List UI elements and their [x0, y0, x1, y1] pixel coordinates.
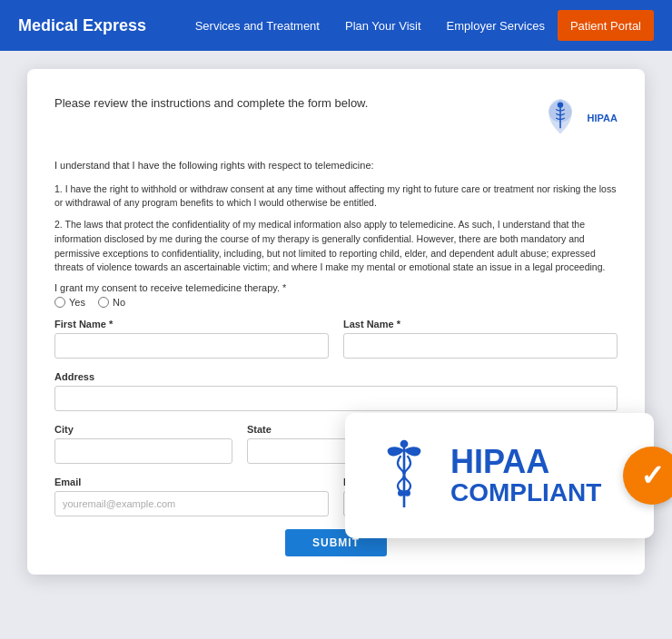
first-name-input[interactable] — [54, 333, 329, 359]
email-label: Email — [54, 477, 329, 487]
nav-services[interactable]: Services and Treatment — [183, 0, 332, 51]
svg-point-2 — [557, 102, 562, 107]
consent-no-label: No — [113, 297, 125, 308]
svg-point-5 — [404, 490, 410, 496]
email-input[interactable] — [54, 491, 329, 516]
nav-patient-portal[interactable]: Patient Portal — [558, 10, 654, 41]
consent-yes-radio[interactable] — [54, 297, 65, 308]
checkmark-icon: ✓ — [640, 458, 665, 493]
nav-plan-visit[interactable]: Plan Your Visit — [332, 0, 434, 51]
caduceus-icon — [372, 435, 436, 516]
address-label: Address — [54, 371, 618, 382]
main-content: Please review the instructions and compl… — [0, 51, 672, 593]
card-header: Please review the instructions and compl… — [54, 96, 618, 140]
nav-employer[interactable]: Employer Services — [434, 0, 558, 51]
consent-section: I grant my consent to receive telemedici… — [54, 282, 618, 308]
city-label: City — [54, 424, 232, 435]
navbar: Medical Express Services and Treatment P… — [0, 0, 672, 51]
email-group: Email — [54, 477, 329, 516]
consent-label: I grant my consent to receive telemedici… — [54, 282, 618, 293]
address-group: Address — [54, 371, 618, 411]
radio-group: Yes No — [54, 297, 618, 308]
nav-links: Services and Treatment Plan Your Visit E… — [183, 0, 654, 51]
hipaa-overlay-card: HIPAA COMPLIANT ✓ — [345, 413, 654, 538]
hipaa-compliant-text-block: HIPAA COMPLIANT — [450, 444, 601, 507]
hipaa-logo-top: HIPAA — [539, 96, 618, 140]
consent-yes-label: Yes — [69, 297, 85, 308]
page-wrapper: Medical Express Services and Treatment P… — [0, 0, 672, 639]
check-circle: ✓ — [623, 447, 672, 505]
overlay-container: Please review the instructions and compl… — [27, 69, 645, 575]
hipaa-text-top: HIPAA — [588, 113, 618, 123]
address-row: Address — [54, 371, 618, 411]
first-name-group: First Name * — [54, 319, 329, 359]
consent-no[interactable]: No — [98, 297, 125, 308]
consent-no-radio[interactable] — [98, 297, 109, 308]
last-name-label: Last Name * — [343, 319, 618, 329]
paragraph2: 2. The laws that protect the confidentia… — [54, 218, 618, 275]
header-text: Please review the instructions and compl… — [54, 96, 368, 110]
svg-point-4 — [398, 490, 404, 496]
paragraph1: 1. I have the right to withhold or withd… — [54, 182, 618, 211]
svg-point-6 — [400, 440, 409, 448]
compliant-big-label: COMPLIANT — [450, 479, 601, 507]
hipaa-big-label: HIPAA — [450, 444, 601, 480]
city-input[interactable] — [54, 438, 232, 464]
name-row: First Name * Last Name * — [54, 319, 618, 359]
last-name-group: Last Name * — [343, 319, 618, 359]
instructions-text: I understand that I have the following r… — [54, 158, 618, 173]
brand-logo: Medical Express — [18, 16, 146, 35]
first-name-label: First Name * — [54, 319, 329, 329]
last-name-input[interactable] — [343, 333, 618, 359]
address-input[interactable] — [54, 386, 618, 411]
consent-yes[interactable]: Yes — [54, 297, 85, 308]
hipaa-shield-icon-top — [539, 96, 582, 140]
city-group: City — [54, 424, 232, 464]
